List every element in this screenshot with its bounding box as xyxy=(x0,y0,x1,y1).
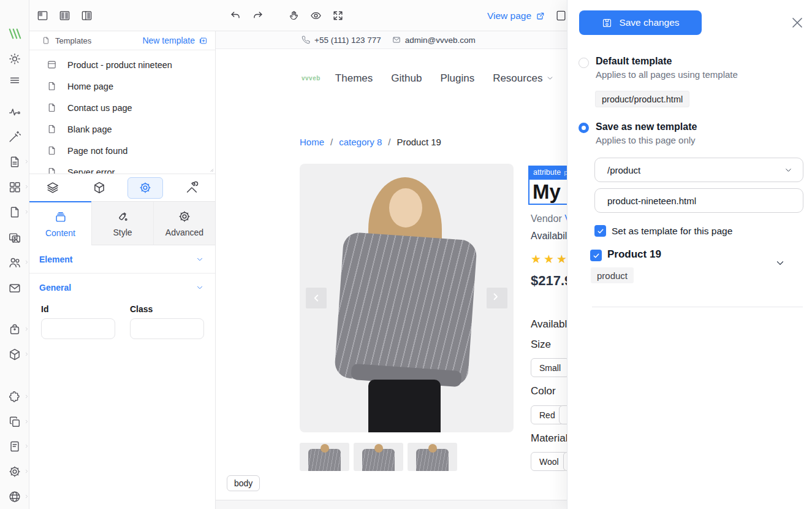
inspector-tabs: Content Style Advanced xyxy=(29,201,215,245)
activity-icon[interactable] xyxy=(8,105,21,119)
device-preview-icon[interactable] xyxy=(555,10,567,21)
toggle-columns-panel-icon[interactable] xyxy=(59,10,70,21)
nav-item-plugins[interactable]: Plugins xyxy=(440,72,474,85)
tab-advanced[interactable]: Advanced xyxy=(153,201,215,245)
pages-icon[interactable] xyxy=(8,155,21,169)
email-link[interactable]: admin@vvveb.com xyxy=(392,36,476,45)
set-template-checkbox[interactable] xyxy=(594,225,606,237)
toggle-left-panel-icon[interactable] xyxy=(37,10,48,21)
close-icon[interactable] xyxy=(790,15,805,30)
element-path-body[interactable]: body xyxy=(227,475,260,491)
product-main-image[interactable] xyxy=(300,164,514,432)
phone-number: +55 (111) 123 777 xyxy=(314,36,381,45)
email-address: admin@vvveb.com xyxy=(405,36,476,45)
theme-sun-icon[interactable] xyxy=(8,52,21,66)
material-option-wool[interactable]: Wool xyxy=(531,452,567,471)
undo-icon[interactable] xyxy=(230,10,241,21)
save-floppy-icon xyxy=(601,17,613,29)
templates-panel: Templates New template Product - product… xyxy=(29,31,215,174)
magic-wand-icon[interactable] xyxy=(8,130,21,144)
mail-icon[interactable] xyxy=(8,281,21,295)
preview-eye-icon[interactable] xyxy=(310,10,322,21)
template-item[interactable]: Page not found xyxy=(29,140,215,161)
set-template-label[interactable]: Set as template for this page xyxy=(612,226,732,237)
toggle-right-panel-icon[interactable] xyxy=(81,10,93,21)
view-page-link[interactable]: View page xyxy=(487,0,545,31)
shop-bag-icon[interactable] xyxy=(8,323,21,336)
vvveb-logo-icon[interactable] xyxy=(8,27,21,40)
page-type-tag: product xyxy=(591,267,634,283)
size-option-small[interactable]: Small xyxy=(531,358,569,377)
template-folder-select[interactable]: /product xyxy=(594,158,803,182)
thumbnail-1[interactable] xyxy=(300,443,349,471)
site-logo[interactable]: vvveb xyxy=(302,75,321,82)
tab-tools[interactable] xyxy=(169,174,215,202)
page-icon xyxy=(47,81,57,91)
page-icon xyxy=(47,145,57,156)
tab-content[interactable]: Content xyxy=(29,201,91,245)
blocks-grid-icon[interactable] xyxy=(8,180,21,194)
external-link-icon xyxy=(536,11,545,21)
breadcrumb-category[interactable]: category 8 xyxy=(339,137,382,147)
nav-item-themes[interactable]: Themes xyxy=(335,72,373,85)
images-icon[interactable] xyxy=(8,231,21,245)
template-item[interactable]: Contact us page xyxy=(29,97,215,118)
page-checkbox-label[interactable]: Product 19 xyxy=(607,248,661,261)
check-icon xyxy=(593,252,600,259)
carousel-prev-button[interactable] xyxy=(306,288,327,308)
components-cube-icon[interactable] xyxy=(8,348,21,361)
page-checkbox[interactable] xyxy=(590,250,602,261)
new-template-radio[interactable] xyxy=(579,123,589,133)
template-item[interactable]: Blank page xyxy=(29,118,215,140)
section-element[interactable]: Element xyxy=(29,245,215,274)
new-template-button[interactable]: New template xyxy=(142,36,208,45)
template-item-label: Server error xyxy=(67,167,115,174)
vendor-line: Vendor V xyxy=(531,213,571,224)
template-item[interactable]: Server error xyxy=(29,161,215,174)
tab-properties[interactable] xyxy=(123,174,169,202)
plugins-puzzle-icon[interactable] xyxy=(8,390,21,404)
id-input[interactable] xyxy=(41,318,115,339)
page-icon xyxy=(47,167,57,174)
tab-content-label: Content xyxy=(45,228,75,238)
chevron-left-icon xyxy=(311,293,322,304)
chevron-down-icon xyxy=(195,283,204,292)
carousel-next-button[interactable] xyxy=(487,288,507,308)
template-item[interactable]: Home page xyxy=(29,75,215,97)
section-general[interactable]: General xyxy=(29,274,215,302)
default-template-radio[interactable] xyxy=(579,58,589,68)
fullscreen-icon[interactable] xyxy=(332,10,344,21)
nav-item-github[interactable]: Github xyxy=(391,72,422,85)
globe-icon[interactable] xyxy=(8,490,21,503)
breadcrumb-home[interactable]: Home xyxy=(300,137,324,147)
phone-link[interactable]: +55 (111) 123 777 xyxy=(302,36,381,45)
users-icon[interactable] xyxy=(8,256,21,269)
class-input[interactable] xyxy=(130,318,204,339)
new-template-title[interactable]: Save as new template xyxy=(596,121,697,132)
panel-resize-handle[interactable] xyxy=(207,166,214,172)
redo-icon[interactable] xyxy=(252,10,264,21)
settings-gear-icon[interactable] xyxy=(8,465,21,478)
default-template-title[interactable]: Default template xyxy=(596,56,672,67)
thumbnail-2[interactable] xyxy=(354,443,403,471)
default-template-path: product/product.html xyxy=(595,91,689,107)
tab-style[interactable]: Style xyxy=(91,201,153,245)
template-item[interactable]: Product - product nineteen xyxy=(29,54,215,75)
save-changes-button[interactable]: Save changes xyxy=(579,10,702,35)
new-template-label: New template xyxy=(142,36,195,45)
tab-components[interactable] xyxy=(76,174,123,202)
copy-icon[interactable] xyxy=(8,415,21,429)
tab-layers[interactable] xyxy=(29,174,76,202)
chevron-down-icon[interactable] xyxy=(775,258,786,269)
thumbnail-3[interactable] xyxy=(408,443,457,471)
template-filename-input[interactable] xyxy=(594,188,803,213)
pan-hand-icon[interactable] xyxy=(288,10,300,21)
breadcrumb-current: Product 19 xyxy=(397,137,441,147)
page-icon xyxy=(47,124,57,134)
chevron-right-icon xyxy=(24,326,29,332)
breadcrumb: Home / category 8 / Product 19 xyxy=(300,137,441,147)
forms-note-icon[interactable] xyxy=(8,440,21,453)
menu-icon[interactable] xyxy=(8,74,21,87)
file-icon[interactable] xyxy=(8,205,21,219)
template-item-label: Page not found xyxy=(67,146,127,156)
